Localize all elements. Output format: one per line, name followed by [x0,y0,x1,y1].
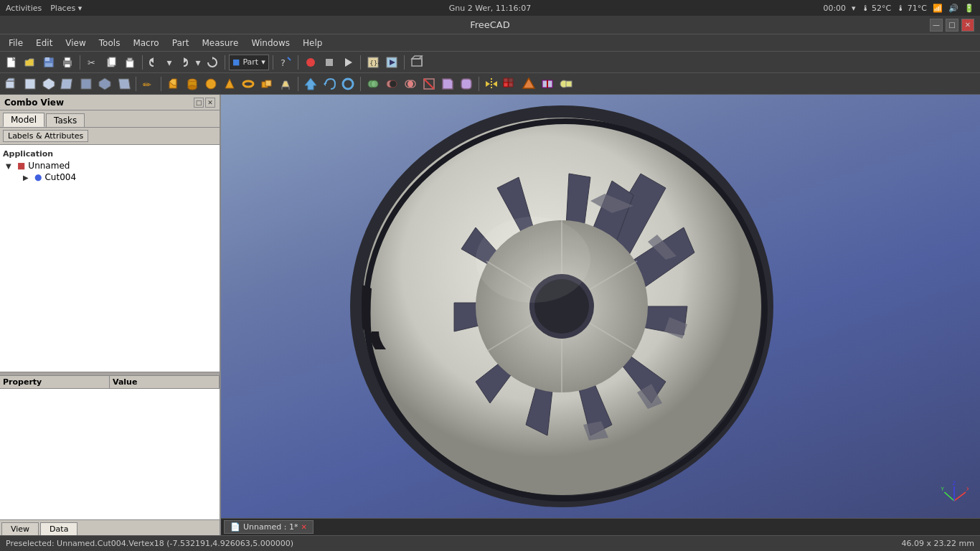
mirror-btn[interactable] [483,75,500,93]
array-btn[interactable] [501,75,519,93]
tab-data[interactable]: Data [40,522,77,535]
view-right-btn[interactable] [59,75,76,93]
viewport[interactable]: X Y Z 📄 Unnamed : 1* ✕ [221,95,980,535]
fillet-btn[interactable] [458,75,475,93]
part-combine-btn[interactable] [258,75,275,93]
stop-button[interactable] [321,54,338,71]
refresh-button[interactable] [204,54,221,71]
tree-item-cut004[interactable]: ▶ ● Cut004 [20,171,217,183]
tree-item-cut004-label: Cut004 [44,172,76,182]
part-extrude-btn[interactable] [277,75,294,93]
svg-point-83 [476,217,590,303]
slice-btn[interactable] [539,75,556,93]
record-button[interactable] [302,54,319,71]
paste-button[interactable] [121,54,138,71]
combo-pin-btn[interactable]: □ [194,98,204,108]
new-button[interactable] [3,54,20,71]
sep5 [298,55,298,70]
svg-rect-62 [461,79,471,89]
sphere-btn[interactable] [202,75,220,93]
doc-tab-bar: 📄 Unnamed : 1* ✕ [221,518,980,535]
print-button[interactable] [59,54,76,71]
svg-rect-29 [25,79,35,89]
revolve-btn[interactable] [321,75,338,93]
undo-button[interactable] [146,54,164,71]
view-data-tabs: View Data [0,519,220,535]
property-panel: Property Value [0,376,220,519]
menu-part[interactable]: Part [166,37,195,50]
combo-close-btn[interactable]: ✕ [205,98,215,108]
tree-item-unnamed[interactable]: ▼ ■ Unnamed [3,160,217,171]
svg-marker-50 [305,78,316,90]
redo-button[interactable] [175,54,192,71]
value-col-header: Value [110,376,220,388]
cylinder-btn[interactable] [184,75,201,93]
view-home-btn[interactable] [3,75,20,93]
macros-button[interactable]: {}↵ [364,54,382,71]
torus-btn[interactable] [240,75,257,93]
shell-btn[interactable] [339,75,357,93]
tab-tasks[interactable]: Tasks [46,113,85,127]
main-area: Combo View □ ✕ Model Tasks Labels & Attr… [0,95,980,535]
open-button[interactable] [22,54,39,71]
menu-windows[interactable]: Windows [245,37,296,50]
menu-edit[interactable]: Edit [30,37,58,50]
menu-measure[interactable]: Measure [196,37,244,50]
view-bottom-btn[interactable] [96,75,113,93]
menu-view[interactable]: View [60,37,91,50]
svg-rect-67 [509,83,513,87]
perspective-view-btn[interactable] [408,54,425,71]
tab-view[interactable]: View [1,522,39,535]
doc-tab-close-btn[interactable]: ✕ [301,523,306,531]
exec-button[interactable] [383,54,400,71]
property-rows [0,389,220,519]
compound-btn[interactable] [557,75,575,93]
play-button[interactable] [339,54,357,71]
copy-button[interactable] [103,54,120,71]
labels-attributes-btn[interactable]: Labels & Attributes [3,130,88,142]
svg-text:Y: Y [941,486,945,492]
boolean-union-btn[interactable] [364,75,382,93]
whatsthis-button[interactable]: ? [277,54,294,71]
app-title: FreeCAD [470,19,510,30]
status-bar: Preselected: Unnamed.Cut004.Vertex18 (-7… [0,535,980,551]
boolean-intersect-btn[interactable] [402,75,419,93]
minimize-button[interactable]: — [930,19,943,32]
extrude2-btn[interactable] [302,75,319,93]
menu-tools[interactable]: Tools [93,37,126,50]
toolbar1: ✂ ▾ ▾ ■ Part ▾ ? {}↵ [0,52,980,73]
sketch-btn[interactable]: ✏ [140,75,157,93]
section-btn[interactable] [420,75,438,93]
part2d-btn[interactable] [520,75,537,93]
menu-macro[interactable]: Macro [127,37,164,50]
menu-file[interactable]: File [3,37,29,50]
battery-icon: 🔋 [964,4,974,13]
viewport-canvas[interactable]: X Y Z [221,95,980,518]
undo-arrow[interactable]: ▾ [165,54,174,71]
svg-rect-3 [45,63,52,67]
activities-btn[interactable]: Activities [6,4,42,13]
boolean-cut-btn[interactable] [383,75,400,93]
view-left-btn[interactable] [115,75,132,93]
svg-marker-43 [225,79,234,88]
speaker-icon: 🔊 [948,4,958,13]
menu-help[interactable]: Help [297,37,328,50]
view-back-btn[interactable] [77,75,95,93]
svg-point-56 [390,80,397,88]
workbench-dropdown[interactable]: ■ Part ▾ [229,55,269,70]
chamfer-btn[interactable] [439,75,456,93]
close-button[interactable]: ✕ [961,19,974,32]
redo-arrow[interactable]: ▾ [194,54,202,71]
places-btn[interactable]: Places ▾ [50,4,82,13]
doc-tab-unnamed[interactable]: 📄 Unnamed : 1* ✕ [224,520,314,534]
cut-button[interactable]: ✂ [84,54,101,71]
cone-btn[interactable] [221,75,238,93]
doc-tab-label: Unnamed : 1* [243,522,298,532]
maximize-button[interactable]: □ [946,19,958,32]
places-arrow-icon: ▾ [78,4,83,13]
save-button[interactable] [40,54,57,71]
view-top-btn[interactable] [40,75,57,93]
box-btn[interactable] [165,75,182,93]
view-front-btn[interactable] [22,75,39,93]
tab-model[interactable]: Model [3,113,44,127]
